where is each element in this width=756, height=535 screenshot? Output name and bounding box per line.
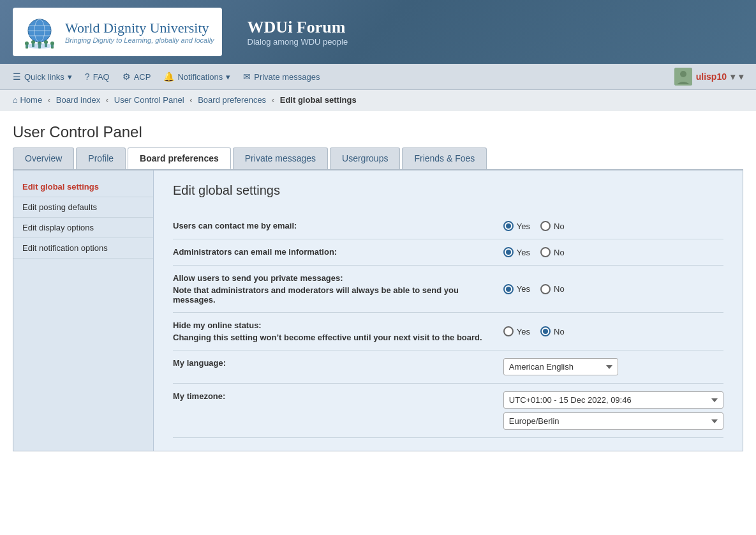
nav-private-messages[interactable]: ✉ Private messages xyxy=(243,72,320,82)
timezone-region-select[interactable]: Europe/Berlin xyxy=(503,412,723,430)
hide-online-radio-group: Yes No xyxy=(503,326,723,336)
logo-box: World Dignity University Bringing Dignit… xyxy=(13,8,222,56)
radio-yes-circle xyxy=(503,247,514,257)
menu-icon: ☰ xyxy=(13,72,21,82)
nav-user[interactable]: ulisp10 ▾ ▾ xyxy=(674,68,743,86)
page-title: User Control Panel xyxy=(0,110,756,147)
nav-notifications-label: Notifications xyxy=(177,72,223,82)
quicklinks-chevron-icon: ▾ xyxy=(68,72,72,82)
language-control: American English xyxy=(503,350,723,384)
logo-globe-icon xyxy=(20,13,59,51)
main-content: Edit global settings Edit posting defaul… xyxy=(13,169,743,451)
sidebar-item-edit-global[interactable]: Edit global settings xyxy=(13,177,153,197)
site-header: World Dignity University Bringing Dignit… xyxy=(0,0,756,64)
site-name: World Dignity University xyxy=(65,20,214,36)
nav-faq-label: FAQ xyxy=(93,72,110,82)
table-row: My timezone: UTC+01:00 - 15 Dec 2022, 09… xyxy=(173,384,723,438)
table-row: Hide my online status: Changing this set… xyxy=(173,313,723,350)
svg-point-17 xyxy=(680,71,686,77)
content-area: Edit global settings Users can contact m… xyxy=(154,170,743,451)
user-chevron-icon: ▾ xyxy=(730,72,735,82)
hide-online-yes[interactable]: Yes xyxy=(503,326,530,336)
envelope-icon: ✉ xyxy=(243,72,251,82)
breadcrumb: ⌂ Home ‹ Board index ‹ User Control Pane… xyxy=(0,90,756,110)
nav-notifications[interactable]: 🔔 Notifications ▾ xyxy=(163,72,230,82)
breadcrumb-sep-2: ‹ xyxy=(106,95,108,105)
gear-icon: ⚙ xyxy=(122,72,131,82)
sidebar-item-edit-notification[interactable]: Edit notification options xyxy=(13,238,153,259)
admin-email-radio-group: Yes No xyxy=(503,247,723,257)
tab-private-messages[interactable]: Private messages xyxy=(233,147,328,169)
language-label: My language: xyxy=(173,350,503,384)
no-label: No xyxy=(554,248,565,257)
table-row: Administrators can email me information:… xyxy=(173,239,723,266)
username-label: ulisp10 xyxy=(696,72,727,82)
nav-bar: ☰ Quick links ▾ ? FAQ ⚙ ACP 🔔 Notificati… xyxy=(0,64,756,90)
table-row: Users can contact me by email: Yes No xyxy=(173,213,723,239)
breadcrumb-sep-1: ‹ xyxy=(48,95,50,105)
radio-no-circle xyxy=(540,247,551,257)
breadcrumb-current: Edit global settings xyxy=(280,95,357,105)
breadcrumb-sep-4: ‹ xyxy=(272,95,274,105)
no-label: No xyxy=(554,284,565,294)
admin-email-no[interactable]: No xyxy=(540,247,565,257)
forum-title: WDUi Forum xyxy=(248,18,348,37)
pm-no[interactable]: No xyxy=(540,284,565,294)
timezone-label: My timezone: xyxy=(173,384,503,438)
breadcrumb-board-index[interactable]: Board index xyxy=(56,95,100,105)
yes-label: Yes xyxy=(517,284,530,294)
yes-label: Yes xyxy=(517,248,530,257)
tab-friends-foes[interactable]: Friends & Foes xyxy=(402,147,487,169)
tab-usergroups[interactable]: Usergroups xyxy=(330,147,400,169)
breadcrumb-ucp[interactable]: User Control Panel xyxy=(114,95,184,105)
avatar xyxy=(674,68,692,86)
notifications-chevron-icon: ▾ xyxy=(226,72,230,82)
yes-label: Yes xyxy=(517,327,530,336)
nav-acp-label: ACP xyxy=(134,72,151,82)
contact-email-control: Yes No xyxy=(503,213,723,239)
table-row: My language: American English xyxy=(173,350,723,384)
table-row: Allow users to send you private messages… xyxy=(173,266,723,313)
hide-online-label: Hide my online status: Changing this set… xyxy=(173,313,503,350)
contact-email-no[interactable]: No xyxy=(540,221,565,231)
settings-table: Users can contact me by email: Yes No xyxy=(173,213,723,438)
sidebar-item-edit-posting[interactable]: Edit posting defaults xyxy=(13,197,153,218)
timezone-datetime-select[interactable]: UTC+01:00 - 15 Dec 2022, 09:46 xyxy=(503,391,723,409)
logo-text: World Dignity University Bringing Dignit… xyxy=(65,20,214,44)
tabs-container: Overview Profile Board preferences Priva… xyxy=(0,147,756,169)
forum-title-block: WDUi Forum Dialog among WDU people xyxy=(248,18,348,47)
site-tagline: Bringing Dignity to Learning, globally a… xyxy=(65,36,214,44)
tab-board-preferences[interactable]: Board preferences xyxy=(128,147,231,169)
nav-acp[interactable]: ⚙ ACP xyxy=(122,72,151,82)
breadcrumb-sep-3: ‹ xyxy=(189,95,192,105)
nav-faq[interactable]: ? FAQ xyxy=(85,72,110,82)
admin-email-control: Yes No xyxy=(503,239,723,266)
forum-subtitle: Dialog among WDU people xyxy=(248,37,348,47)
breadcrumb-home[interactable]: Home xyxy=(20,95,42,105)
nav-quicklinks[interactable]: ☰ Quick links ▾ xyxy=(13,72,72,82)
admin-email-yes[interactable]: Yes xyxy=(503,247,530,257)
no-label: No xyxy=(554,327,565,336)
pm-yes[interactable]: Yes xyxy=(503,284,530,294)
nav-quicklinks-label: Quick links xyxy=(24,72,64,82)
hide-online-no[interactable]: No xyxy=(540,326,565,336)
breadcrumb-board-prefs[interactable]: Board preferences xyxy=(198,95,266,105)
sidebar: Edit global settings Edit posting defaul… xyxy=(13,170,154,451)
contact-email-yes[interactable]: Yes xyxy=(503,221,530,231)
contact-email-label: Users can contact me by email: xyxy=(173,213,503,239)
language-select[interactable]: American English xyxy=(503,358,618,375)
user-dropdown-icon: ▾ xyxy=(739,72,743,82)
sidebar-item-edit-display[interactable]: Edit display options xyxy=(13,218,153,238)
radio-yes-circle xyxy=(503,326,514,336)
radio-yes-circle xyxy=(503,284,514,294)
svg-point-15 xyxy=(26,43,54,49)
home-icon: ⌂ xyxy=(13,95,18,105)
radio-no-circle xyxy=(540,221,551,231)
tab-profile[interactable]: Profile xyxy=(76,147,126,169)
contact-email-radio-group: Yes No xyxy=(503,221,723,231)
radio-yes-circle xyxy=(503,221,514,231)
pm-radio-group: Yes No xyxy=(503,284,723,294)
tab-overview[interactable]: Overview xyxy=(13,147,74,169)
timezone-control: UTC+01:00 - 15 Dec 2022, 09:46 Europe/Be… xyxy=(503,384,723,438)
timezone-selects: UTC+01:00 - 15 Dec 2022, 09:46 Europe/Be… xyxy=(503,391,723,430)
